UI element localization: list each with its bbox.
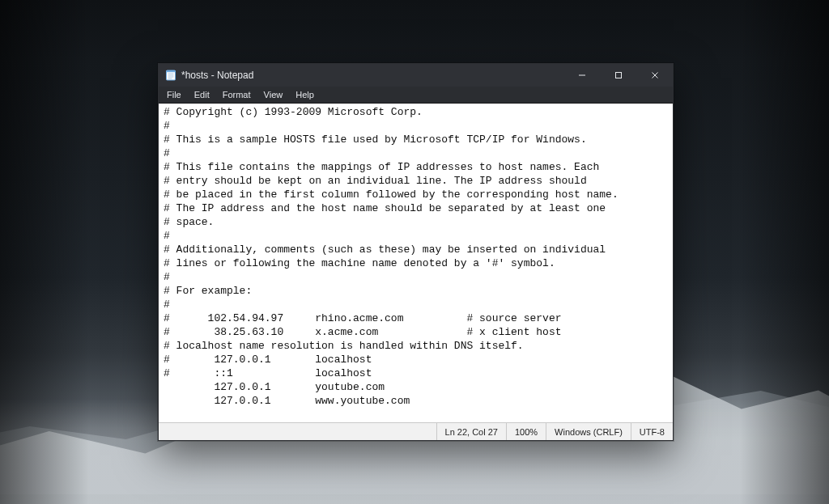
editor-area[interactable]: # Copyright (c) 1993-2009 Microsoft Corp… [159, 104, 673, 422]
menu-view[interactable]: View [257, 88, 290, 101]
window-title: *hosts - Notepad [181, 70, 253, 81]
notepad-icon [165, 70, 176, 81]
window-titlebar[interactable]: *hosts - Notepad [159, 64, 673, 87]
notepad-window[interactable]: *hosts - Notepad File Edit Format View H… [158, 63, 674, 441]
close-button[interactable] [636, 64, 673, 87]
status-encoding: UTF-8 [631, 423, 673, 440]
editor-content[interactable]: # Copyright (c) 1993-2009 Microsoft Corp… [164, 105, 670, 408]
wallpaper-shape [740, 0, 829, 504]
status-bar: Ln 22, Col 27 100% Windows (CRLF) UTF-8 [159, 422, 673, 440]
status-line-ending: Windows (CRLF) [546, 423, 631, 440]
svg-rect-7 [615, 73, 621, 78]
status-position: Ln 22, Col 27 [436, 423, 506, 440]
svg-rect-1 [167, 70, 176, 72]
status-zoom: 100% [506, 423, 546, 440]
wallpaper-shape [0, 0, 89, 504]
menu-help[interactable]: Help [289, 88, 321, 101]
menu-edit[interactable]: Edit [188, 88, 216, 101]
status-spacer [159, 423, 436, 440]
maximize-button[interactable] [600, 64, 636, 87]
window-controls [563, 64, 673, 87]
minimize-button[interactable] [563, 64, 600, 87]
menu-file[interactable]: File [160, 88, 188, 101]
menu-bar: File Edit Format View Help [159, 87, 673, 104]
menu-format[interactable]: Format [216, 88, 257, 101]
